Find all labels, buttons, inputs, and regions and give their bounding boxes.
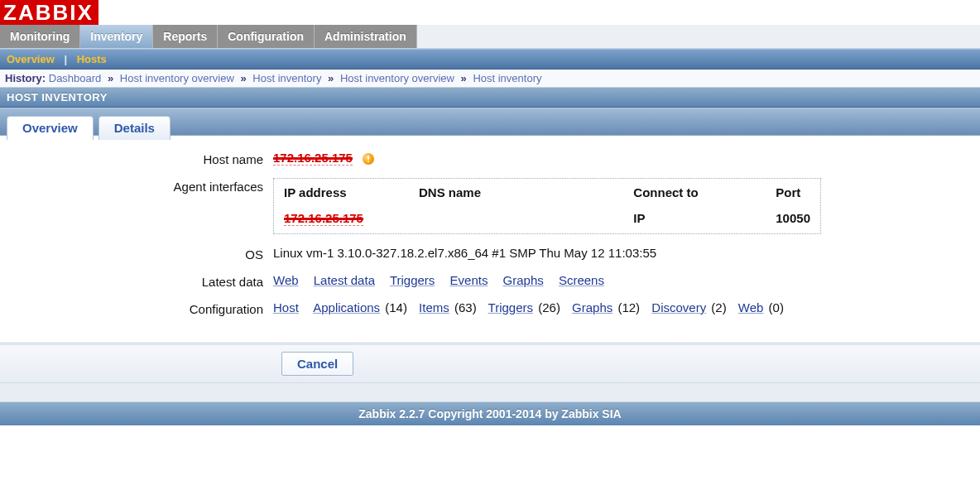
latest-data-links: Web Latest data Triggers Events Graphs S… — [273, 273, 604, 287]
crumb-3[interactable]: Host inventory overview — [340, 72, 454, 84]
link-items[interactable]: Items — [419, 300, 449, 314]
link-screens[interactable]: Screens — [559, 273, 604, 287]
cancel-button[interactable]: Cancel — [281, 352, 353, 376]
iface-row: 172.16.25.175 IP 10050 — [274, 208, 820, 233]
crumb-0[interactable]: Dashboard — [49, 72, 102, 84]
iface-ip: 172.16.25.175 — [284, 211, 363, 226]
iface-port: 10050 — [766, 208, 820, 233]
link-discovery[interactable]: Discovery — [651, 300, 706, 314]
page-title: HOST INVENTORY — [0, 88, 980, 108]
breadcrumb: History: Dashboard » Host inventory over… — [0, 70, 980, 88]
warning-icon[interactable] — [363, 153, 374, 165]
iface-col-connectto: Connect to — [623, 179, 766, 208]
crumb-1[interactable]: Host inventory overview — [120, 72, 234, 84]
iface-col-port: Port — [766, 179, 820, 208]
link-events[interactable]: Events — [450, 273, 488, 287]
link-applications[interactable]: Applications — [313, 300, 380, 314]
action-bar: Cancel — [0, 344, 980, 383]
host-name-value: 172.16.25.175 — [273, 151, 353, 166]
tab-details[interactable]: Details — [98, 116, 171, 140]
iface-col-dns: DNS name — [409, 179, 623, 208]
os-value: Linux vm-1 3.10.0-327.18.2.el7.x86_64 #1… — [273, 246, 656, 260]
link-cfg-triggers[interactable]: Triggers — [488, 300, 533, 314]
link-graphs[interactable]: Graphs — [503, 273, 544, 287]
spacer-bar — [0, 383, 980, 402]
main-menu: Monitoring Inventory Reports Configurati… — [0, 25, 980, 49]
crumb-arrow: » — [461, 72, 467, 84]
submenu-hosts[interactable]: Hosts — [77, 53, 107, 65]
crumb-arrow: » — [108, 72, 113, 84]
count-items: (63) — [454, 300, 477, 314]
menu-spacer — [417, 25, 980, 48]
label-latest-data: Latest data — [8, 273, 273, 289]
link-cfg-web[interactable]: Web — [738, 300, 764, 314]
brand-logo[interactable]: ZABBIX — [0, 0, 98, 25]
link-triggers[interactable]: Triggers — [390, 273, 435, 287]
breadcrumb-label: History: — [5, 72, 46, 84]
submenu-overview[interactable]: Overview — [7, 53, 55, 65]
crumb-arrow: » — [328, 72, 334, 84]
count-triggers: (26) — [538, 300, 560, 314]
tabbar: Overview Details — [0, 108, 980, 136]
iface-dns — [409, 208, 623, 233]
link-latestdata[interactable]: Latest data — [314, 273, 375, 287]
link-web[interactable]: Web — [273, 273, 299, 287]
link-host[interactable]: Host — [273, 300, 299, 314]
count-discovery: (2) — [711, 300, 726, 314]
crumb-4[interactable]: Host inventory — [473, 72, 541, 84]
menu-inventory[interactable]: Inventory — [80, 25, 153, 48]
label-host-name: Host name — [8, 151, 273, 166]
menu-reports[interactable]: Reports — [153, 25, 218, 48]
sub-menu: Overview | Hosts — [0, 49, 980, 70]
label-os: OS — [8, 246, 273, 262]
label-configuration: Configuration — [8, 300, 273, 316]
agent-interfaces-box: IP address DNS name Connect to Port 172.… — [273, 178, 821, 234]
count-graphs: (12) — [617, 300, 640, 314]
count-web: (0) — [769, 300, 784, 314]
submenu-separator: | — [64, 53, 67, 65]
crumb-2[interactable]: Host inventory — [252, 72, 321, 84]
footer: Zabbix 2.2.7 Copyright 2001-2014 by Zabb… — [0, 402, 980, 425]
menu-configuration[interactable]: Configuration — [218, 25, 315, 48]
menu-monitoring[interactable]: Monitoring — [0, 25, 80, 48]
iface-connectto: IP — [623, 208, 766, 233]
label-agent-interfaces: Agent interfaces — [8, 178, 273, 194]
iface-col-ip: IP address — [274, 179, 409, 208]
tab-overview[interactable]: Overview — [7, 116, 94, 140]
menu-administration[interactable]: Administration — [315, 25, 417, 48]
count-applications: (14) — [385, 300, 407, 314]
configuration-links: Host Applications (14) Items (63) Trigge… — [273, 300, 792, 314]
crumb-arrow: » — [240, 72, 246, 84]
link-cfg-graphs[interactable]: Graphs — [572, 300, 612, 314]
content: Host name 172.16.25.175 Agent interfaces… — [0, 136, 980, 336]
